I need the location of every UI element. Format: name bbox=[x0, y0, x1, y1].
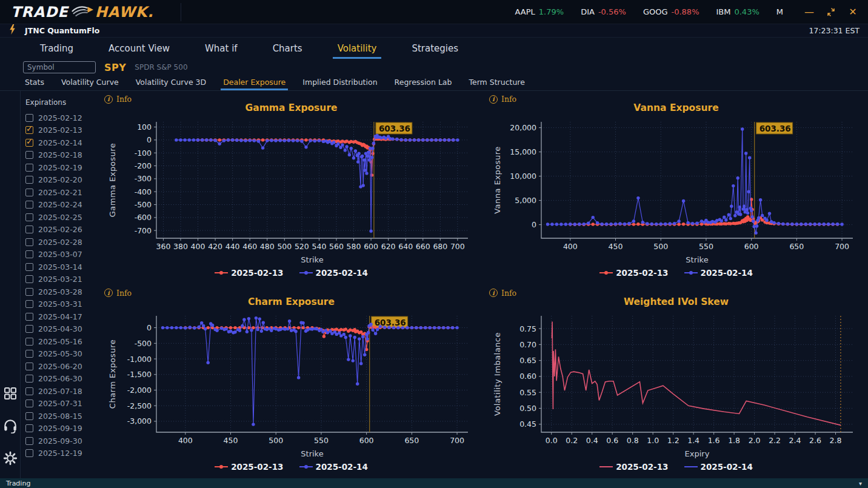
expiration-row[interactable]: 2025-02-19 bbox=[25, 161, 98, 174]
svg-text:0.75: 0.75 bbox=[519, 324, 536, 333]
legend-swatch bbox=[684, 270, 698, 276]
expiration-checkbox[interactable] bbox=[25, 399, 33, 407]
expiration-row[interactable]: 2025-08-15 bbox=[25, 410, 98, 423]
ticker-ibm[interactable]: IBM0.43% bbox=[716, 7, 760, 16]
ticker-dia[interactable]: DIA-0.56% bbox=[581, 7, 626, 16]
tab-volatility[interactable]: Volatility bbox=[336, 38, 378, 59]
expiration-checkbox[interactable] bbox=[25, 313, 33, 321]
expiration-checkbox[interactable] bbox=[25, 201, 33, 209]
legend-item-2025-02-13[interactable]: 2025-02-13 bbox=[599, 268, 668, 278]
expiration-row[interactable]: 2025-02-26 bbox=[25, 224, 98, 236]
expiration-checkbox[interactable] bbox=[25, 375, 33, 383]
expiration-row[interactable]: 2025-02-20 bbox=[25, 174, 98, 187]
expiration-checkbox[interactable] bbox=[25, 238, 33, 246]
expiration-row[interactable]: 2025-02-14 bbox=[25, 136, 98, 149]
expiration-checkbox[interactable] bbox=[25, 412, 33, 420]
expiration-row[interactable]: 2025-04-30 bbox=[25, 323, 98, 336]
tab-account-view[interactable]: Account View bbox=[107, 38, 171, 59]
expiration-row[interactable]: 2025-02-12 bbox=[25, 112, 98, 124]
vanna-exposure-chart[interactable]: 05,00010,00015,00020,0004004505005506006… bbox=[490, 116, 863, 267]
expiration-row[interactable]: 2025-02-28 bbox=[25, 236, 98, 249]
subtab-regression-lab[interactable]: Regression Lab bbox=[394, 75, 453, 90]
expiration-checkbox[interactable] bbox=[25, 176, 33, 184]
expiration-row[interactable]: 2025-02-21 bbox=[25, 186, 98, 199]
expiration-checkbox[interactable] bbox=[25, 424, 33, 432]
subtab-stats[interactable]: Stats bbox=[24, 75, 45, 90]
expiration-row[interactable]: 2025-02-25 bbox=[25, 211, 98, 224]
expiration-row[interactable]: 2025-03-28 bbox=[25, 286, 98, 298]
legend-item-2025-02-14[interactable]: 2025-02-14 bbox=[299, 462, 368, 472]
expiration-checkbox[interactable] bbox=[25, 226, 33, 233]
statusbar-caret-icon[interactable]: ▾ bbox=[859, 480, 862, 487]
expiration-row[interactable]: 2025-02-18 bbox=[25, 149, 98, 162]
legend-item-2025-02-14[interactable]: 2025-02-14 bbox=[684, 268, 753, 278]
tab-charts[interactable]: Charts bbox=[272, 38, 304, 59]
expiration-checkbox[interactable] bbox=[25, 288, 33, 296]
expiration-row[interactable]: 2025-06-20 bbox=[25, 360, 98, 373]
expiration-checkbox[interactable] bbox=[25, 114, 33, 122]
tab-trading[interactable]: Trading bbox=[39, 38, 75, 59]
expiration-checkbox[interactable] bbox=[25, 363, 33, 370]
info-button[interactable]: iInfo bbox=[489, 95, 516, 104]
expiration-row[interactable]: 2025-03-07 bbox=[25, 249, 98, 261]
legend-item-2025-02-14[interactable]: 2025-02-14 bbox=[299, 268, 368, 278]
expiration-row[interactable]: 2025-07-31 bbox=[25, 398, 98, 410]
dashboard-grid-icon[interactable] bbox=[3, 386, 18, 403]
expiration-row[interactable]: 2025-05-30 bbox=[25, 348, 98, 361]
info-button[interactable]: iInfo bbox=[489, 289, 516, 298]
expiration-checkbox[interactable] bbox=[25, 350, 33, 358]
expiration-row[interactable]: 2025-12-19 bbox=[25, 447, 98, 460]
settings-gear-icon[interactable] bbox=[2, 450, 18, 469]
legend-item-2025-02-14[interactable]: 2025-02-14 bbox=[684, 462, 753, 472]
expiration-row[interactable]: 2025-05-16 bbox=[25, 335, 98, 348]
subtab-volatility-curve[interactable]: Volatility Curve bbox=[61, 75, 119, 90]
charm-exposure-chart[interactable]: 0-500-1,000-1,500-2,000-2,500-3,00040045… bbox=[105, 310, 478, 461]
restore-window-icon[interactable] bbox=[826, 7, 836, 18]
symbol-input[interactable] bbox=[23, 61, 96, 73]
expiration-row[interactable]: 2025-09-19 bbox=[25, 423, 98, 435]
minimize-button[interactable]: — bbox=[804, 7, 815, 18]
expiration-row[interactable]: 2025-06-30 bbox=[25, 373, 98, 386]
expiration-checkbox[interactable] bbox=[25, 263, 33, 271]
expiration-row[interactable]: 2025-02-24 bbox=[25, 199, 98, 212]
expiration-checkbox[interactable] bbox=[25, 151, 33, 159]
expiration-checkbox[interactable] bbox=[25, 250, 33, 258]
expiration-checkbox[interactable] bbox=[25, 338, 33, 346]
expiration-checkbox[interactable] bbox=[25, 437, 33, 445]
ticker-goog[interactable]: GOOG-0.88% bbox=[643, 7, 699, 16]
expiration-checkbox[interactable] bbox=[25, 189, 33, 196]
info-button[interactable]: iInfo bbox=[104, 95, 132, 104]
subtab-dealer-exposure[interactable]: Dealer Exposure bbox=[222, 75, 286, 90]
expiration-checkbox[interactable] bbox=[25, 213, 33, 221]
expiration-checkbox[interactable] bbox=[25, 449, 33, 457]
subtab-term-structure[interactable]: Term Structure bbox=[468, 75, 525, 90]
legend-item-2025-02-13[interactable]: 2025-02-13 bbox=[215, 462, 283, 472]
tab-strategies[interactable]: Strategies bbox=[410, 38, 459, 59]
close-button[interactable]: ✕ bbox=[847, 7, 858, 18]
expiration-row[interactable]: 2025-02-13 bbox=[25, 124, 98, 137]
expiration-checkbox[interactable] bbox=[25, 275, 33, 283]
expiration-checkbox[interactable] bbox=[25, 164, 33, 172]
expiration-row[interactable]: 2025-09-30 bbox=[25, 435, 98, 447]
support-headset-icon[interactable] bbox=[2, 418, 18, 436]
expiration-row[interactable]: 2025-04-17 bbox=[25, 310, 98, 323]
legend-item-2025-02-13[interactable]: 2025-02-13 bbox=[599, 462, 668, 472]
ticker-aapl[interactable]: AAPL1.79% bbox=[515, 7, 564, 16]
expiration-checkbox[interactable] bbox=[25, 387, 33, 395]
info-button[interactable]: iInfo bbox=[104, 289, 132, 298]
expiration-row[interactable]: 2025-03-21 bbox=[25, 273, 98, 286]
expiration-row[interactable]: 2025-07-18 bbox=[25, 385, 98, 398]
tab-what-if[interactable]: What if bbox=[204, 38, 239, 59]
expiration-checkbox[interactable] bbox=[25, 325, 33, 333]
legend-item-2025-02-13[interactable]: 2025-02-13 bbox=[215, 268, 283, 278]
subtab-implied-distribution[interactable]: Implied Distribution bbox=[302, 75, 378, 90]
expiration-checkbox[interactable] bbox=[25, 139, 33, 147]
ticker-m[interactable]: M bbox=[776, 7, 783, 16]
expiration-checkbox[interactable] bbox=[25, 300, 33, 308]
subtab-volatility-curve-3d[interactable]: Volatility Curve 3D bbox=[135, 75, 207, 90]
expiration-row[interactable]: 2025-03-14 bbox=[25, 261, 98, 273]
expiration-row[interactable]: 2025-03-31 bbox=[25, 298, 98, 311]
weighted-ivol-skew-chart[interactable]: 0.450.500.550.600.650.700.750.00.20.40.6… bbox=[490, 310, 863, 461]
gamma-exposure-chart[interactable]: 1000-100-200-300-400-500-600-70036038040… bbox=[105, 116, 478, 267]
expiration-checkbox[interactable] bbox=[25, 126, 33, 134]
